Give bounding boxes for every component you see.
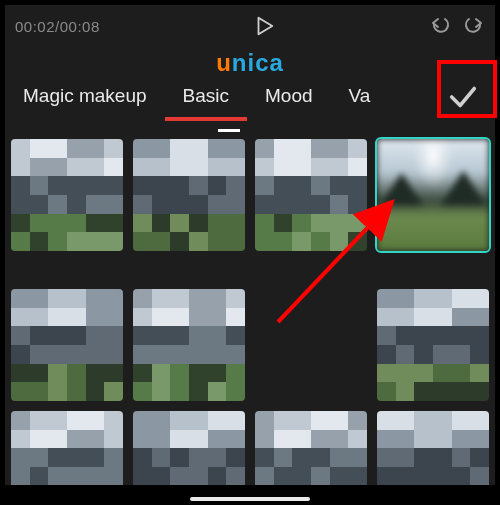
tab-va-partial[interactable]: Va <box>331 85 389 117</box>
effect-thumb[interactable] <box>377 411 489 485</box>
effect-thumb[interactable] <box>255 289 367 401</box>
effect-thumb[interactable] <box>133 139 245 251</box>
effect-thumb[interactable] <box>11 411 123 485</box>
effect-tabs: Magic makeup Basic Mood Va <box>5 81 495 127</box>
tab-basic[interactable]: Basic <box>165 85 247 121</box>
effect-thumb[interactable] <box>377 289 489 401</box>
redo-button[interactable] <box>461 14 485 38</box>
active-tab-indicator <box>218 129 240 132</box>
undo-icon <box>429 14 453 38</box>
tab-magic-makeup[interactable]: Magic makeup <box>5 85 165 117</box>
tab-mood[interactable]: Mood <box>247 85 331 117</box>
play-icon <box>253 15 275 37</box>
play-button[interactable] <box>253 15 275 37</box>
effect-thumb[interactable] <box>133 289 245 401</box>
playback-time: 00:02/00:08 <box>15 18 100 35</box>
effect-thumb[interactable] <box>133 411 245 485</box>
undo-button[interactable] <box>429 14 453 38</box>
blur-preview <box>377 139 489 251</box>
brand-u: u <box>216 49 232 76</box>
check-icon <box>446 80 480 114</box>
brand-logo: unica <box>5 47 495 81</box>
effect-thumb[interactable] <box>11 289 123 401</box>
redo-icon <box>461 14 485 38</box>
effects-grid: Blur <box>5 139 495 485</box>
playback-bar: 00:02/00:08 <box>5 5 495 47</box>
home-indicator <box>190 497 310 501</box>
effect-thumb-blur[interactable]: Blur <box>377 139 489 251</box>
effect-thumb[interactable] <box>255 411 367 485</box>
brand-rest: nica <box>232 49 284 76</box>
confirm-button[interactable] <box>437 71 489 123</box>
effect-thumb[interactable] <box>11 139 123 251</box>
effect-thumb[interactable] <box>255 139 367 251</box>
